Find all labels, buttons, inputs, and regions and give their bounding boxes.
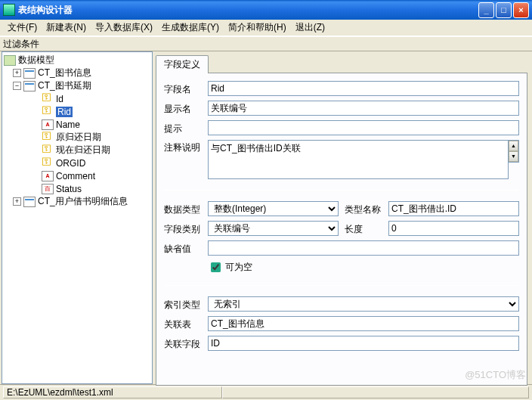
table-icon <box>23 197 36 207</box>
tree-field[interactable]: AName <box>4 118 150 131</box>
data-type-select[interactable]: 整数(Integer) <box>208 201 339 216</box>
window-title: 表结构设计器 <box>18 4 478 17</box>
title-bar: 表结构设计器 _ □ × <box>0 0 532 20</box>
menu-exit[interactable]: 退出(Z) <box>291 20 329 36</box>
tree-field[interactable]: 现在归还日期 <box>4 144 150 157</box>
tree-view[interactable]: 数据模型 +CT_图书信息 −CT_图书延期 Id Rid AName 原归还日… <box>2 51 153 384</box>
length-input[interactable] <box>388 221 519 236</box>
label-field-name: 字段名 <box>164 82 208 96</box>
field-kind-select[interactable]: 关联编号 <box>208 221 339 236</box>
status-path: E:\EzUML\ezdml\test1.xml <box>3 386 222 398</box>
label-field-kind: 字段类别 <box>164 222 208 236</box>
menu-import[interactable]: 导入数据库(X) <box>91 20 157 36</box>
menu-new[interactable]: 新建表(N) <box>42 20 91 36</box>
database-icon <box>4 55 16 66</box>
tree-table[interactable]: −CT_图书延期 <box>4 79 150 92</box>
key-icon <box>42 145 54 156</box>
key-icon <box>42 132 54 143</box>
tree-field[interactable]: 百Status <box>4 182 150 195</box>
label-display-name: 显示名 <box>164 101 208 116</box>
scroll-down-icon[interactable]: ▼ <box>509 151 518 162</box>
close-button[interactable]: × <box>513 2 529 18</box>
filter-label: 过滤条件 <box>3 38 39 51</box>
tree-field[interactable]: ORGID <box>4 157 150 169</box>
table-icon <box>23 81 36 91</box>
label-data-type: 数据类型 <box>164 202 208 216</box>
label-note: 注释说明 <box>164 140 208 154</box>
maximize-button[interactable]: □ <box>496 2 512 18</box>
collapse-icon[interactable]: − <box>13 82 21 90</box>
field-name-input[interactable] <box>208 81 519 96</box>
key-icon <box>42 158 54 169</box>
menu-generate[interactable]: 生成数据库(Y) <box>157 20 224 36</box>
textarea-scrollbar[interactable]: ▲▼ <box>509 140 519 163</box>
minimize-button[interactable]: _ <box>478 2 494 18</box>
text-field-icon: A <box>42 171 54 181</box>
menu-help[interactable]: 简介和帮助(H) <box>224 20 291 36</box>
filter-bar: 过滤条件 <box>0 36 532 51</box>
default-value-input[interactable] <box>208 240 519 256</box>
label-nullable: 可为空 <box>225 261 252 274</box>
tree-field[interactable]: AComment <box>4 169 150 182</box>
label-rel-field: 关联字段 <box>164 336 208 351</box>
app-icon <box>3 4 15 16</box>
scroll-up-icon[interactable]: ▲ <box>509 141 518 151</box>
expand-icon[interactable]: + <box>13 197 21 206</box>
menu-file[interactable]: 文件(F) <box>3 20 42 36</box>
tree-field[interactable]: 原归还日期 <box>4 131 150 144</box>
form-area: 字段定义 字段名 显示名 提示 注释说明与CT_图书借出ID关联▲▼ 数据类型整… <box>154 51 532 384</box>
note-textarea[interactable]: 与CT_图书借出ID关联 <box>208 140 509 179</box>
key-icon <box>42 107 54 117</box>
label-hint: 提示 <box>164 121 208 135</box>
tree-field[interactable]: Id <box>4 92 150 105</box>
hint-input[interactable] <box>208 120 519 135</box>
menu-bar: 文件(F) 新建表(N) 导入数据库(X) 生成数据库(Y) 简介和帮助(H) … <box>0 20 532 36</box>
tree-table[interactable]: +CT_用户借书明细信息 <box>4 195 150 208</box>
separator <box>164 285 519 286</box>
label-type-name: 类型名称 <box>345 202 388 216</box>
separator <box>164 190 519 191</box>
display-name-input[interactable] <box>208 101 519 116</box>
text-field-icon: A <box>42 119 54 130</box>
tab-field-def[interactable]: 字段定义 <box>156 55 209 73</box>
label-rel-table: 关联表 <box>164 317 208 331</box>
num-field-icon: 百 <box>42 184 54 194</box>
label-length: 长度 <box>345 222 388 236</box>
expand-icon[interactable]: + <box>13 69 21 77</box>
tree-root[interactable]: 数据模型 <box>4 54 150 67</box>
type-name-input[interactable] <box>388 201 519 216</box>
key-icon <box>42 94 54 104</box>
rel-table-input[interactable] <box>208 316 519 331</box>
label-default: 缺省值 <box>164 241 208 256</box>
rel-field-input[interactable] <box>208 336 519 351</box>
nullable-checkbox[interactable] <box>211 262 221 272</box>
index-type-select[interactable]: 无索引 <box>208 296 519 312</box>
tree-table[interactable]: +CT_图书信息 <box>4 67 150 79</box>
label-index-type: 索引类型 <box>164 297 208 312</box>
tree-field-selected[interactable]: Rid <box>4 105 150 118</box>
table-icon <box>23 68 36 79</box>
status-bar: E:\EzUML\ezdml\test1.xml <box>0 384 532 398</box>
status-panel <box>222 386 529 398</box>
